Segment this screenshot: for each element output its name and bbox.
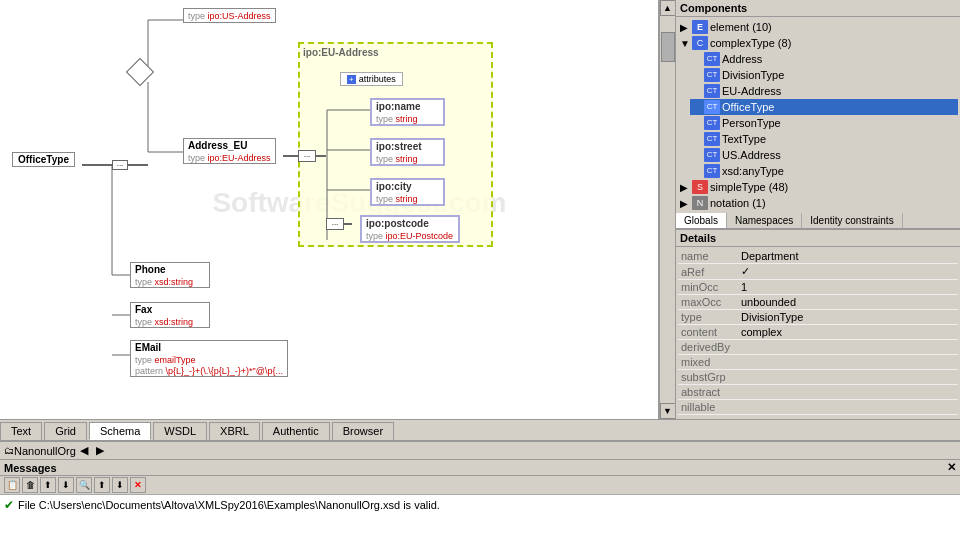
detail-val-derivedby	[738, 340, 958, 355]
tree-item-simpletype[interactable]: ▶ S simpleType (48)	[678, 179, 958, 195]
detail-key-name: name	[678, 249, 738, 264]
tree-item-element[interactable]: ▶ E element (10)	[678, 19, 958, 35]
officetype-box: OfficeType	[12, 152, 75, 167]
icon-usaddress: CT	[704, 148, 720, 162]
detail-row-mixed: mixed	[678, 355, 958, 370]
address-eu-box: Address_EU type ipo:EU-Address	[183, 138, 276, 164]
tree-item-xsdanytype[interactable]: CT xsd:anyType	[690, 163, 958, 179]
tree-item-officetype[interactable]: CT OfficeType	[690, 99, 958, 115]
messages-close[interactable]: ✕	[947, 461, 956, 474]
tree-item-texttype[interactable]: CT TextType	[690, 131, 958, 147]
detail-key-abstract: abstract	[678, 385, 738, 400]
detail-key-nillable: nillable	[678, 400, 738, 415]
detail-val-content: complex	[738, 325, 958, 340]
tab-wsdl[interactable]: WSDL	[153, 422, 207, 440]
icon-xsdanytype: CT	[704, 164, 720, 178]
msg-btn-7[interactable]: ⬇	[112, 477, 128, 493]
messages-title: Messages	[4, 462, 57, 474]
details-header: Details	[676, 229, 960, 247]
tree-item-address[interactable]: CT Address	[690, 51, 958, 67]
attributes-icon: +	[347, 75, 356, 84]
tab-grid[interactable]: Grid	[44, 422, 87, 440]
msg-btn-1[interactable]: 📋	[4, 477, 20, 493]
tree-item-complextype[interactable]: ▼ C complexType (8)	[678, 35, 958, 51]
message-ok-icon: ✔	[4, 498, 14, 512]
msg-btn-4[interactable]: ⬇	[58, 477, 74, 493]
diagram-canvas[interactable]: SoftwareSuggest.com ipo:EU-Address + att…	[0, 0, 659, 405]
tree-label-divisiontype: DivisionType	[722, 69, 784, 81]
message-text: File C:\Users\enc\Documents\Altova\XMLSp…	[18, 499, 440, 511]
icon-persontype: CT	[704, 116, 720, 130]
tree-item-usaddress[interactable]: CT US.Address	[690, 147, 958, 163]
detail-key-aref: aRef	[678, 264, 738, 280]
msg-btn-clear[interactable]: ✕	[130, 477, 146, 493]
messages-toolbar: 📋 🗑 ⬆ ⬇ 🔍 ⬆ ⬇ ✕	[0, 476, 960, 495]
schema-area: SoftwareSuggest.com ipo:EU-Address + att…	[0, 0, 659, 419]
detail-row-abstract: abstract	[678, 385, 958, 400]
expand-simpletype[interactable]: ▶	[680, 182, 692, 193]
components-section: Components ▶ E element (10) ▼ C complexT…	[676, 0, 960, 229]
expand-element[interactable]: ▶	[680, 22, 692, 33]
schema-scrollbar[interactable]: ▲ ▼	[659, 0, 675, 419]
detail-val-type: DivisionType	[738, 310, 958, 325]
icon-address: CT	[704, 52, 720, 66]
icon-texttype: CT	[704, 132, 720, 146]
fax-box: Fax type xsd:string	[130, 302, 210, 328]
icon-euaddress: CT	[704, 84, 720, 98]
components-tree[interactable]: ▶ E element (10) ▼ C complexType (8) CT	[676, 17, 960, 213]
detail-row-name: name Department	[678, 249, 958, 264]
tree-item-divisiontype[interactable]: CT DivisionType	[690, 67, 958, 83]
detail-val-maxocc: unbounded	[738, 295, 958, 310]
detail-key-maxocc: maxOcc	[678, 295, 738, 310]
detail-key-substgrp: substGrp	[678, 370, 738, 385]
postcode-seq-connector: ···	[326, 218, 352, 230]
tree-label-officetype: OfficeType	[722, 101, 774, 113]
sub-tabs: Globals Namespaces Identity constraints	[676, 213, 960, 229]
icon-simpletype: S	[692, 180, 708, 194]
detail-row-nillable: nillable	[678, 400, 958, 415]
details-section: Details name Department aRef ✓	[676, 229, 960, 419]
diamond-connector-top	[130, 62, 150, 82]
detail-val-abstract	[738, 385, 958, 400]
msg-btn-3[interactable]: ⬆	[40, 477, 56, 493]
detail-val-name: Department	[738, 249, 958, 264]
tab-authentic[interactable]: Authentic	[262, 422, 330, 440]
bottom-project: NanonullOrg	[14, 445, 76, 457]
scroll-thumb[interactable]	[661, 32, 675, 62]
msg-btn-2[interactable]: 🗑	[22, 477, 38, 493]
sub-tab-identity[interactable]: Identity constraints	[802, 213, 902, 228]
email-box: EMail type emailType pattern \p{L}_-}+(\…	[130, 340, 288, 377]
bottom-arrow-left[interactable]: ◀	[80, 444, 88, 457]
sub-tab-namespaces[interactable]: Namespaces	[727, 213, 802, 228]
us-address-box: type ipo:US-Address	[183, 8, 276, 23]
attributes-box: + attributes	[340, 72, 403, 86]
detail-val-substgrp	[738, 370, 958, 385]
tree-item-notation[interactable]: ▶ N notation (1)	[678, 195, 958, 211]
expand-complextype[interactable]: ▼	[680, 38, 692, 49]
scroll-down-arrow[interactable]: ▼	[660, 403, 676, 419]
eu-address-label: ipo:EU-Address	[303, 47, 379, 58]
detail-val-nillable	[738, 400, 958, 415]
msg-btn-5[interactable]: 🔍	[76, 477, 92, 493]
tab-xbrl[interactable]: XBRL	[209, 422, 260, 440]
detail-key-minocc: minOcc	[678, 280, 738, 295]
attributes-label: attributes	[359, 74, 396, 84]
tab-schema[interactable]: Schema	[89, 422, 151, 440]
details-table: name Department aRef ✓ minOcc 1	[678, 249, 958, 415]
top-area: SoftwareSuggest.com ipo:EU-Address + att…	[0, 0, 960, 419]
detail-row-minocc: minOcc 1	[678, 280, 958, 295]
detail-row-content: content complex	[678, 325, 958, 340]
tree-item-persontype[interactable]: CT PersonType	[690, 115, 958, 131]
msg-btn-6[interactable]: ⬆	[94, 477, 110, 493]
detail-val-aref: ✓	[738, 264, 958, 280]
detail-key-derivedby: derivedBy	[678, 340, 738, 355]
scroll-up-arrow[interactable]: ▲	[660, 0, 676, 16]
tab-browser[interactable]: Browser	[332, 422, 394, 440]
detail-row-type: type DivisionType	[678, 310, 958, 325]
tree-item-euaddress[interactable]: CT EU-Address	[690, 83, 958, 99]
bottom-arrow-right[interactable]: ▶	[96, 444, 104, 457]
sub-tab-globals[interactable]: Globals	[676, 213, 727, 228]
expand-notation[interactable]: ▶	[680, 198, 692, 209]
tab-text[interactable]: Text	[0, 422, 42, 440]
messages-header: Messages ✕	[0, 460, 960, 476]
